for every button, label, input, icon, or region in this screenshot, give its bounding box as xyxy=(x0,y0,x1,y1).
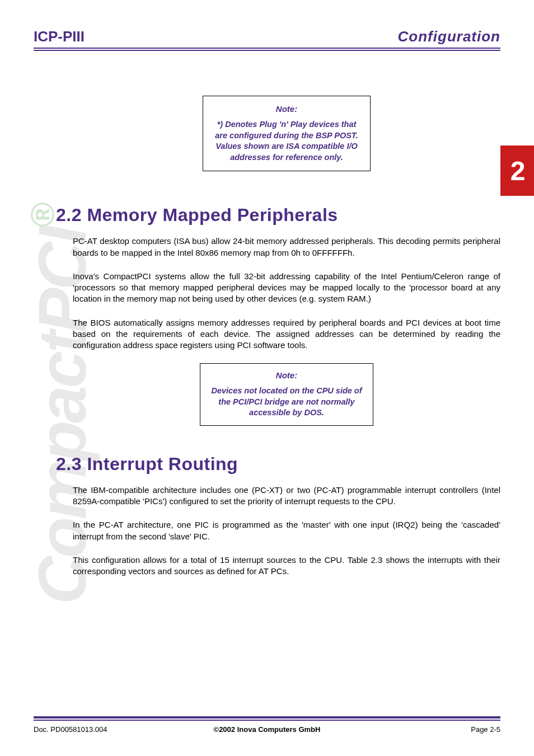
note-2-body: Devices not located on the CPU side of t… xyxy=(209,386,364,419)
header-rule xyxy=(34,50,500,51)
note-2-title: Note: xyxy=(209,370,364,380)
chapter-tab: 2 xyxy=(500,145,534,196)
heading-2-2: 2.2 Memory Mapped Peripherals xyxy=(56,205,500,226)
note-1-title: Note: xyxy=(213,104,360,114)
section-2-3-p2: In the PC-AT architecture, one PIC is pr… xyxy=(73,519,500,542)
chapter-number: 2 xyxy=(510,156,524,186)
section-2-2-p2: Inova's CompactPCI systems allow the ful… xyxy=(73,271,500,305)
footer-doc-id: Doc. PD00581013.004 xyxy=(34,725,189,734)
section-2-2-p3: The BIOS automatically assigns memory ad… xyxy=(73,317,500,351)
note-box-2: Note: Devices not located on the CPU sid… xyxy=(200,363,373,426)
header-product: ICP-PIII xyxy=(34,28,85,45)
header-section: Configuration xyxy=(398,28,500,45)
page-header: ICP-PIII Configuration xyxy=(34,28,500,49)
section-2-3-p3: This configuration allows for a total of… xyxy=(73,555,500,577)
section-2-3-p1: The IBM-compatible architecture includes… xyxy=(73,485,500,508)
note-1-body: *) Denotes Plug 'n' Play devices that ar… xyxy=(213,119,360,163)
heading-2-3: 2.3 Interrupt Routing xyxy=(56,454,500,475)
note-box-1: Note: *) Denotes Plug 'n' Play devices t… xyxy=(203,96,371,171)
footer-rule-thick xyxy=(34,716,500,719)
footer-page-number: Page 2-5 xyxy=(345,725,500,734)
footer-copyright: ©2002 Inova Computers GmbH xyxy=(189,725,345,734)
footer-rule-thin xyxy=(34,720,500,721)
page-footer: Doc. PD00581013.004 ©2002 Inova Computer… xyxy=(34,716,500,734)
section-2-2-p1: PC-AT desktop computers (ISA bus) allow … xyxy=(73,236,500,259)
